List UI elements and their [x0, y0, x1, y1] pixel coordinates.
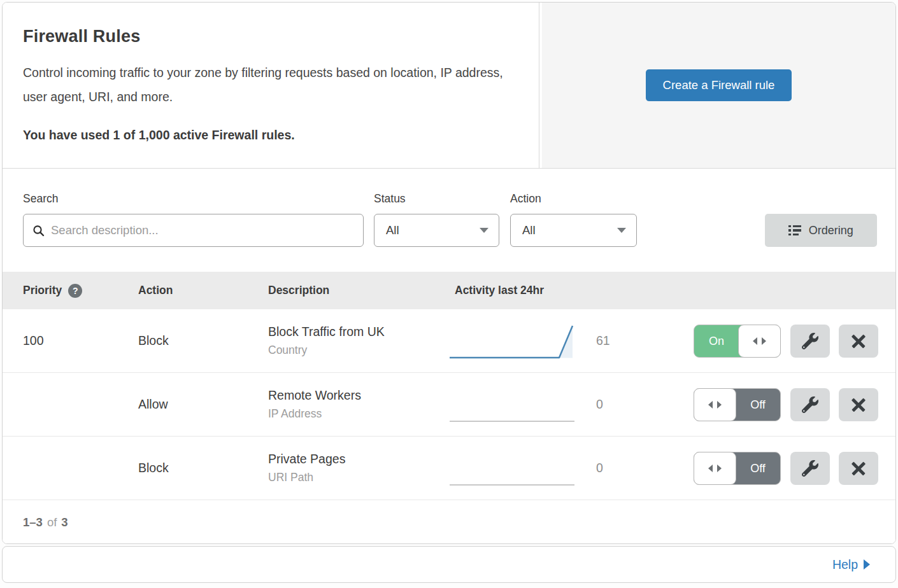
edit-rule-button[interactable]: [790, 452, 830, 485]
arrow-right-icon: [762, 337, 766, 345]
filter-bar: Search Status All Action All: [3, 169, 895, 272]
rule-description-cell: Block Traffic from UK Country: [268, 325, 448, 357]
priority-help-icon[interactable]: ?: [68, 284, 82, 298]
toggle-state-label: Off: [736, 389, 780, 421]
usage-note: You have used 1 of 1,000 active Firewall…: [23, 128, 513, 143]
toggle-knob[interactable]: [694, 452, 736, 485]
ordered-list-icon: [788, 225, 801, 236]
arrow-left-icon: [708, 465, 713, 472]
activity-sparkline: [448, 449, 576, 488]
status-select[interactable]: All: [374, 214, 499, 247]
action-label: Action: [510, 192, 637, 206]
activity-count: 61: [576, 333, 694, 348]
header-text-block: Firewall Rules Control incoming traffic …: [3, 3, 539, 168]
arrow-left-icon: [708, 401, 713, 409]
search-box[interactable]: [23, 214, 364, 247]
status-filter-group: Status All: [374, 192, 499, 247]
rule-type: Country: [268, 344, 448, 357]
firewall-rules-panel: Firewall Rules Control incoming traffic …: [2, 2, 896, 544]
rule-description: Private Pages: [268, 452, 448, 466]
search-icon: [32, 225, 45, 237]
pagination-of: of: [47, 515, 57, 529]
toggle-knob[interactable]: [694, 388, 736, 421]
action-selected-value: All: [522, 223, 536, 237]
arrow-right-icon: [864, 559, 870, 570]
pagination-total: 3: [61, 515, 68, 529]
close-icon: [850, 333, 867, 349]
ordering-button-label: Ordering: [809, 224, 853, 237]
close-icon: [850, 460, 867, 477]
column-header-description: Description: [268, 284, 448, 297]
rule-enabled-toggle[interactable]: On: [694, 325, 781, 358]
close-icon: [850, 396, 867, 413]
toggle-state-label: Off: [736, 452, 780, 484]
pagination-range: 1–3: [23, 515, 43, 529]
arrow-left-icon: [753, 337, 757, 345]
column-header-action: Action: [138, 284, 268, 297]
page-title: Firewall Rules: [23, 27, 513, 46]
activity-count: 0: [576, 397, 694, 412]
status-label: Status: [374, 192, 499, 206]
create-firewall-rule-button[interactable]: Create a Firewall rule: [646, 69, 792, 101]
action-filter-group: Action All: [510, 192, 637, 247]
wrench-icon: [802, 333, 818, 349]
toggle-state-label: On: [694, 325, 739, 357]
delete-rule-button[interactable]: [839, 452, 878, 485]
edit-rule-button[interactable]: [790, 325, 830, 358]
activity-sparkline: [448, 321, 576, 361]
rule-action: Allow: [138, 397, 268, 412]
table-row: 100 Block Block Traffic from UK Country …: [3, 309, 895, 373]
rule-enabled-toggle[interactable]: Off: [694, 388, 781, 421]
help-footer: Help: [2, 546, 896, 583]
rule-enabled-toggle[interactable]: Off: [694, 452, 781, 485]
chevron-down-icon: [617, 228, 626, 233]
table-header-row: Priority ? Action Description Activity l…: [3, 272, 895, 309]
action-select[interactable]: All: [510, 214, 637, 247]
search-label: Search: [23, 192, 364, 206]
column-header-activity: Activity last 24hr: [448, 284, 544, 297]
chevron-down-icon: [480, 228, 488, 233]
rule-description: Block Traffic from UK: [268, 325, 448, 339]
priority-header-label: Priority: [23, 284, 62, 297]
rule-priority: 100: [3, 333, 138, 348]
rule-type: IP Address: [268, 407, 448, 421]
activity-sparkline: [448, 385, 576, 424]
edit-rule-button[interactable]: [790, 388, 830, 421]
column-header-priority: Priority ?: [3, 284, 138, 298]
table-row: Allow Remote Workers IP Address 0 Off: [3, 373, 895, 437]
wrench-icon: [802, 460, 818, 477]
activity-count: 0: [576, 461, 694, 475]
help-link[interactable]: Help: [832, 557, 870, 572]
pagination-bar: 1–3 of 3: [3, 500, 895, 544]
rule-action: Block: [138, 333, 268, 348]
toggle-knob[interactable]: [738, 325, 781, 358]
arrow-right-icon: [717, 401, 722, 409]
rule-description-cell: Private Pages URI Path: [268, 452, 448, 484]
header-action-area: Create a Firewall rule: [542, 3, 895, 168]
search-input[interactable]: [51, 223, 354, 237]
help-link-label: Help: [832, 557, 858, 572]
rule-description: Remote Workers: [268, 388, 448, 403]
delete-rule-button[interactable]: [839, 388, 878, 421]
table-row: Block Private Pages URI Path 0 Off: [3, 437, 895, 500]
rule-description-cell: Remote Workers IP Address: [268, 388, 448, 421]
ordering-button[interactable]: Ordering: [765, 214, 877, 247]
rule-type: URI Path: [268, 471, 448, 484]
wrench-icon: [802, 396, 818, 413]
rule-action: Block: [138, 461, 268, 475]
header-section: Firewall Rules Control incoming traffic …: [3, 3, 895, 169]
search-filter-group: Search: [23, 192, 364, 247]
delete-rule-button[interactable]: [839, 325, 878, 358]
status-selected-value: All: [386, 223, 399, 237]
arrow-right-icon: [717, 465, 722, 472]
page-description: Control incoming traffic to your zone by…: [23, 60, 513, 109]
